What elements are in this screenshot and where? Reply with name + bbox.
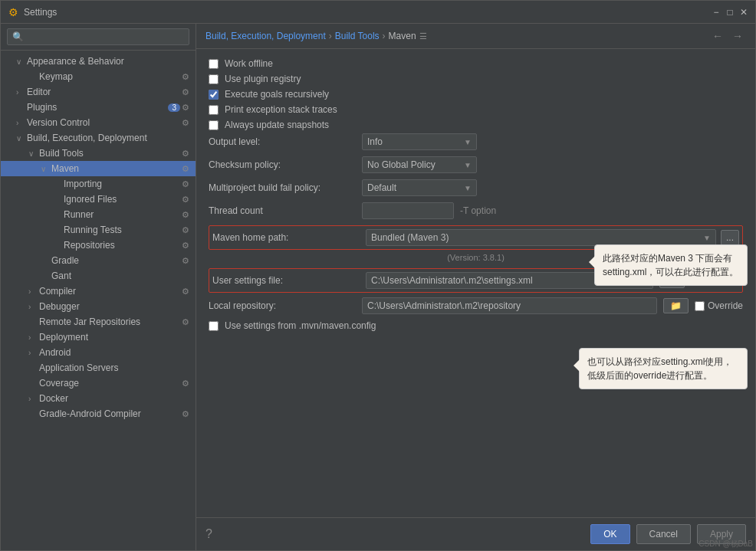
arrow-icon: › <box>28 349 39 357</box>
sidebar: ∨ Appearance & Behavior Keymap ⚙ › Edito… <box>1 24 196 550</box>
sidebar-item-maven[interactable]: ∨ Maven ⚙ <box>1 161 196 176</box>
arrow-icon: ∨ <box>41 165 51 173</box>
thread-count-input[interactable] <box>362 202 454 219</box>
sidebar-item-label: Keymap <box>39 71 182 82</box>
sidebar-item-label: Ignored Files <box>64 194 182 205</box>
sidebar-item-gradle[interactable]: Gradle ⚙ <box>1 253 196 268</box>
sidebar-item-compiler[interactable]: › Compiler ⚙ <box>1 284 196 299</box>
sidebar-item-build-tools[interactable]: ∨ Build Tools ⚙ <box>1 146 196 161</box>
work-offline-checkbox[interactable] <box>209 59 219 69</box>
gear-icon: ⚙ <box>182 379 189 389</box>
always-update-checkbox[interactable] <box>209 120 219 130</box>
sidebar-item-deployment[interactable]: › Deployment <box>1 330 196 345</box>
thread-count-control: -T option <box>362 202 743 219</box>
nav-forward-button[interactable]: → <box>729 30 746 42</box>
gear-icon: ⚙ <box>182 87 189 97</box>
nav-back-button[interactable]: ← <box>709 30 726 42</box>
multiproject-policy-select[interactable]: Default ▼ <box>362 179 477 196</box>
use-settings-mvn-row: Use settings from .mvn/maven.config <box>209 320 743 331</box>
execute-goals-checkbox[interactable] <box>209 90 219 100</box>
print-stack-label: Print exception stack traces <box>225 104 337 115</box>
callout-settings-xml: 也可以从路径对应setting.xml使用，低级后面的override进行配置。 <box>579 348 748 389</box>
window-controls: − □ ✕ <box>711 7 749 18</box>
sidebar-item-editor[interactable]: › Editor ⚙ <box>1 84 196 100</box>
sidebar-item-version-control[interactable]: › Version Control ⚙ <box>1 115 196 130</box>
sidebar-item-label: Android <box>39 347 189 358</box>
plugin-registry-checkbox[interactable] <box>209 74 219 84</box>
breadcrumb-current: Maven <box>389 31 416 41</box>
sidebar-item-label: Running Tests <box>64 225 182 235</box>
cancel-button[interactable]: Cancel <box>636 524 691 544</box>
print-stack-checkbox[interactable] <box>209 105 219 115</box>
print-stack-row: Print exception stack traces <box>209 104 743 115</box>
nav-arrows: ← → <box>709 30 746 42</box>
sidebar-item-gant[interactable]: Gant <box>1 268 196 284</box>
sidebar-item-debugger[interactable]: › Debugger <box>1 299 196 314</box>
title-bar: ⚙ Settings − □ ✕ <box>1 1 755 24</box>
execute-goals-label: Execute goals recursively <box>225 89 329 100</box>
sidebar-item-running-tests[interactable]: Running Tests ⚙ <box>1 222 196 238</box>
output-level-select[interactable]: Info ▼ <box>362 133 477 150</box>
breadcrumb-sep-2: › <box>383 31 386 41</box>
arrow-icon: › <box>28 333 39 342</box>
maven-home-path-select[interactable]: Bundled (Maven 3) ▼ <box>366 229 716 246</box>
plugins-badge: 3 <box>168 103 180 112</box>
sidebar-item-ignored-files[interactable]: Ignored Files ⚙ <box>1 192 196 207</box>
work-offline-label: Work offline <box>225 58 273 69</box>
multiproject-policy-label: Multiproject build fail policy: <box>209 182 362 193</box>
sidebar-item-build-exec[interactable]: ∨ Build, Execution, Deployment <box>1 130 196 146</box>
sidebar-item-label: Coverage <box>39 378 182 389</box>
sidebar-item-label: Importing <box>64 179 182 189</box>
search-input[interactable] <box>7 28 189 45</box>
sidebar-item-plugins[interactable]: Plugins 3 ⚙ <box>1 100 196 115</box>
watermark: CSDN @杨DaB <box>698 539 753 549</box>
local-repo-override-checkbox[interactable] <box>695 301 705 311</box>
help-button[interactable]: ? <box>205 527 212 541</box>
sidebar-item-label: Runner <box>64 209 182 220</box>
output-level-value: Info <box>367 136 383 147</box>
sidebar-tree: ∨ Appearance & Behavior Keymap ⚙ › Edito… <box>1 51 196 550</box>
override-label: Override <box>708 300 743 311</box>
sidebar-item-label: Debugger <box>39 301 189 312</box>
callout-maven-path: 此路径对应的Maven 3 下面会有setting.xml，可以在此进行配置。 <box>594 244 748 286</box>
local-repo-browse-button[interactable]: 📁 <box>663 298 689 313</box>
sidebar-item-repositories[interactable]: Repositories ⚙ <box>1 238 196 253</box>
maven-path-browse-button[interactable]: ... <box>721 230 739 245</box>
callout-text: 也可以从路径对应setting.xml使用，低级后面的override进行配置。 <box>587 356 732 381</box>
sidebar-item-docker[interactable]: › Docker <box>1 391 196 406</box>
checksum-policy-select[interactable]: No Global Policy ▼ <box>362 156 477 173</box>
maximize-button[interactable]: □ <box>725 7 735 18</box>
gear-icon: ⚙ <box>182 103 189 113</box>
sidebar-item-label: Plugins <box>27 102 168 113</box>
sidebar-item-label: Compiler <box>39 286 182 297</box>
sidebar-item-appearance[interactable]: ∨ Appearance & Behavior <box>1 54 196 69</box>
sidebar-item-keymap[interactable]: Keymap ⚙ <box>1 69 196 84</box>
checksum-policy-control: No Global Policy ▼ <box>362 156 743 173</box>
sidebar-item-label: Maven <box>51 163 182 174</box>
use-settings-mvn-checkbox[interactable] <box>209 321 219 331</box>
gear-icon: ⚙ <box>182 179 189 189</box>
ok-button[interactable]: OK <box>590 524 629 544</box>
local-repo-input[interactable] <box>362 297 657 314</box>
close-button[interactable]: ✕ <box>738 7 749 18</box>
sidebar-item-app-servers[interactable]: Application Servers <box>1 360 196 376</box>
sidebar-item-coverage[interactable]: Coverage ⚙ <box>1 376 196 391</box>
sidebar-item-gradle-android[interactable]: Gradle-Android Compiler ⚙ <box>1 406 196 421</box>
sidebar-item-remote-jar[interactable]: Remote Jar Repositories ⚙ <box>1 314 196 330</box>
minimize-button[interactable]: − <box>711 7 721 18</box>
gear-icon: ⚙ <box>182 225 189 235</box>
local-repo-override: Override <box>695 300 743 311</box>
gear-icon: ⚙ <box>182 409 189 419</box>
multiproject-policy-row: Multiproject build fail policy: Default … <box>209 179 743 196</box>
sidebar-item-importing[interactable]: Importing ⚙ <box>1 176 196 192</box>
breadcrumb-link-1[interactable]: Build, Execution, Deployment <box>205 31 326 41</box>
always-update-label: Always update snapshots <box>225 120 329 130</box>
gear-icon: ⚙ <box>182 72 189 82</box>
sidebar-item-runner[interactable]: Runner ⚙ <box>1 207 196 222</box>
window-title: Settings <box>24 7 711 18</box>
sidebar-item-label: Docker <box>39 393 189 404</box>
breadcrumb-link-2[interactable]: Build Tools <box>335 31 380 41</box>
arrow-icon: ∨ <box>16 134 27 143</box>
sidebar-item-label: Build, Execution, Deployment <box>27 133 189 143</box>
sidebar-item-android[interactable]: › Android <box>1 345 196 360</box>
